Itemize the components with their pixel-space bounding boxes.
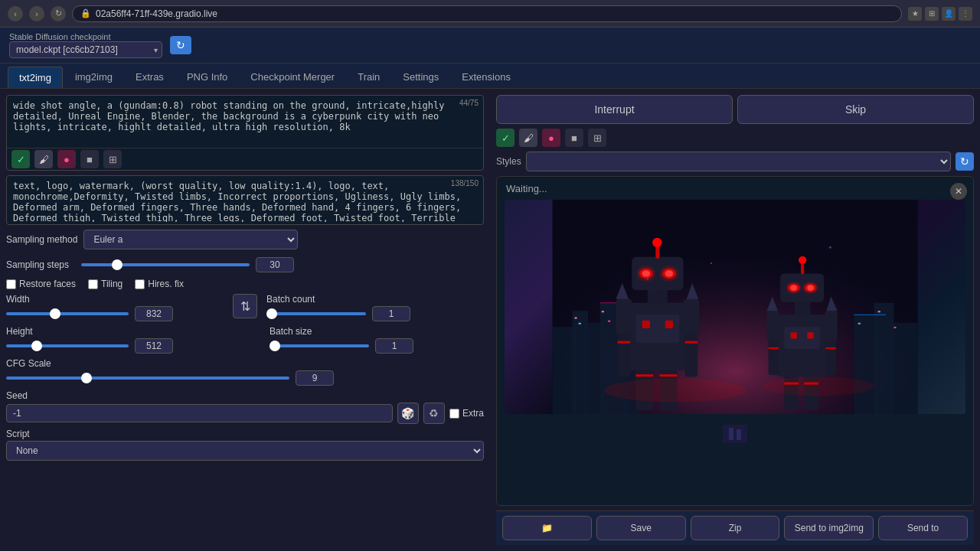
- svg-rect-54: [825, 311, 838, 341]
- batch-count-slider[interactable]: [266, 312, 366, 315]
- back-button[interactable]: ‹: [8, 6, 23, 21]
- seed-input[interactable]: [6, 404, 393, 422]
- style-grid-icon[interactable]: ⊞: [588, 129, 606, 147]
- svg-rect-22: [659, 374, 677, 377]
- tab-settings[interactable]: Settings: [392, 67, 449, 88]
- svg-rect-16: [893, 327, 896, 328]
- svg-rect-56: [825, 340, 835, 376]
- browser-chrome: ‹ › ↻ 🔒 02a56ff4-71ff-439e.gradio.live ★…: [0, 0, 980, 28]
- swap-dimensions-button[interactable]: ⇅: [233, 294, 257, 318]
- tab-train[interactable]: Train: [347, 67, 390, 88]
- sampling-steps-value[interactable]: [256, 257, 294, 272]
- batch-size-slider[interactable]: [270, 344, 369, 347]
- svg-point-70: [802, 282, 818, 295]
- url-bar[interactable]: 🔒 02a56ff4-71ff-439e.gradio.live: [72, 5, 902, 22]
- open-folder-button[interactable]: 📁: [502, 516, 592, 540]
- styles-apply-button[interactable]: ↻: [956, 152, 974, 171]
- svg-rect-58: [825, 347, 835, 349]
- tab-checkpoint-merger[interactable]: Checkpoint Merger: [240, 67, 345, 88]
- script-select[interactable]: None: [6, 441, 484, 461]
- zip-button[interactable]: Zip: [691, 516, 780, 540]
- menu-icon[interactable]: ⋮: [959, 7, 972, 21]
- skip-button[interactable]: Skip: [737, 95, 974, 124]
- batch-count-label: Batch count: [266, 294, 484, 305]
- top-bar: Stable Diffusion checkpoint model.ckpt […: [0, 28, 980, 64]
- checkpoint-label: Stable Diffusion checkpoint: [9, 32, 162, 41]
- extra-checkbox[interactable]: Extra: [449, 408, 484, 419]
- extensions-icon[interactable]: ⊞: [925, 7, 939, 21]
- script-label: Script: [6, 429, 484, 439]
- svg-rect-52: [807, 332, 813, 338]
- send-to-inpaint-button[interactable]: Send to: [878, 516, 968, 540]
- svg-rect-57: [769, 347, 779, 349]
- positive-prompt-container: 44/75 wide shot angle, a (gundam:0.8) ro…: [6, 95, 484, 171]
- height-value[interactable]: [135, 338, 173, 354]
- style-brush-icon[interactable]: 🖌: [519, 129, 537, 147]
- checkpoint-section: Stable Diffusion checkpoint model.ckpt […: [9, 32, 162, 58]
- sampling-method-select[interactable]: Euler a: [83, 230, 298, 249]
- svg-point-69: [786, 282, 802, 295]
- seed-recycle-button[interactable]: ♻: [423, 403, 445, 424]
- width-slider[interactable]: [6, 312, 129, 315]
- batch-count-value[interactable]: [372, 306, 410, 321]
- positive-circle-icon[interactable]: ●: [57, 150, 76, 168]
- send-to-img2img-button[interactable]: Send to img2img: [784, 516, 874, 540]
- batch-size-value[interactable]: [375, 338, 413, 354]
- svg-rect-12: [602, 311, 604, 312]
- style-square-icon[interactable]: ■: [565, 129, 583, 147]
- svg-rect-21: [635, 374, 653, 377]
- positive-check-icon[interactable]: ✓: [11, 150, 30, 168]
- style-check-icon[interactable]: ✓: [496, 129, 514, 147]
- seed-label: Seed: [6, 390, 484, 401]
- tab-extensions[interactable]: Extensions: [451, 67, 521, 88]
- profile-icon[interactable]: 👤: [942, 7, 956, 21]
- interrupt-button[interactable]: Interrupt: [496, 95, 733, 124]
- left-panel: 44/75 wide shot angle, a (gundam:0.8) ro…: [0, 89, 490, 551]
- cfg-scale-slider[interactable]: [6, 377, 289, 380]
- refresh-button[interactable]: ↻: [170, 36, 191, 54]
- output-thumbnail[interactable]: [723, 425, 747, 443]
- tab-txt2img[interactable]: txt2img: [8, 67, 63, 88]
- seed-dice-button[interactable]: 🎲: [397, 403, 419, 424]
- positive-square-icon[interactable]: ■: [80, 150, 99, 168]
- tab-img2img[interactable]: img2img: [64, 67, 123, 88]
- svg-rect-31: [618, 341, 631, 344]
- folder-icon: 📁: [541, 523, 553, 533]
- cfg-scale-value[interactable]: [296, 370, 334, 386]
- cfg-scale-label: CFG Scale: [6, 358, 484, 369]
- height-label: Height: [6, 326, 220, 337]
- tiling-checkbox[interactable]: Tiling: [88, 279, 122, 289]
- browser-right-icons: ★ ⊞ 👤 ⋮: [908, 7, 972, 21]
- close-output-button[interactable]: ✕: [950, 183, 967, 200]
- styles-select[interactable]: [526, 152, 951, 171]
- bookmark-icon[interactable]: ★: [908, 7, 922, 21]
- forward-button[interactable]: ›: [29, 6, 44, 21]
- svg-rect-14: [858, 323, 861, 324]
- svg-rect-78: [737, 429, 741, 440]
- tab-png-info[interactable]: PNG Info: [176, 67, 238, 88]
- restore-faces-checkbox[interactable]: Restore faces: [6, 279, 76, 289]
- style-icons-row: ✓ 🖌 ● ■ ⊞: [496, 129, 974, 147]
- svg-rect-32: [685, 341, 698, 344]
- negative-prompt-textarea[interactable]: text, logo, watermark, (worst quality, l…: [7, 176, 483, 222]
- save-button[interactable]: Save: [596, 516, 686, 540]
- svg-rect-13: [608, 321, 610, 322]
- cfg-scale-section: CFG Scale: [6, 358, 484, 386]
- positive-grid-icon[interactable]: ⊞: [103, 150, 122, 168]
- height-slider[interactable]: [6, 344, 129, 347]
- sampling-steps-slider[interactable]: [81, 263, 250, 266]
- tab-extras[interactable]: Extras: [125, 67, 175, 88]
- svg-rect-10: [575, 317, 577, 318]
- positive-prompt-textarea[interactable]: wide shot angle, a (gundam:0.8) robot st…: [7, 96, 483, 145]
- width-value[interactable]: [135, 306, 173, 321]
- checkpoint-select[interactable]: model.ckpt [cc6cb27103]: [9, 41, 162, 58]
- svg-rect-24: [635, 315, 679, 342]
- right-panel: Interrupt Skip ✓ 🖌 ● ■ ⊞ Styles ↻: [490, 89, 980, 551]
- hires-fix-checkbox[interactable]: Hires. fix: [135, 279, 184, 289]
- style-dot-icon[interactable]: ●: [542, 129, 560, 147]
- svg-rect-50: [784, 327, 820, 349]
- width-label: Width: [6, 294, 224, 305]
- reload-button[interactable]: ↻: [51, 6, 66, 21]
- batch-count-section: Batch count: [266, 294, 484, 321]
- positive-brush-icon[interactable]: 🖌: [34, 150, 53, 168]
